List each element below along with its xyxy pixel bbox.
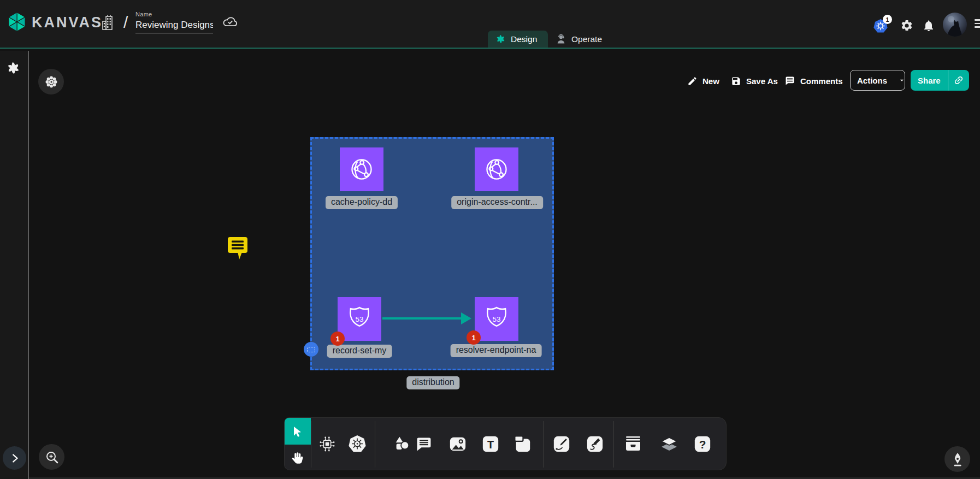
shapes-icon (393, 435, 411, 453)
meshery-spiral-icon[interactable] (6, 61, 21, 75)
design-tab-label: Design (511, 34, 537, 44)
edge-arrowhead (461, 312, 471, 324)
share-button[interactable]: Share (911, 70, 969, 91)
breadcrumb-separator: / (123, 13, 128, 32)
tool-help[interactable]: ? (693, 434, 712, 454)
node-cache-policy[interactable] (340, 147, 383, 191)
settings-gear-icon[interactable] (900, 19, 913, 32)
design-tab-icon (495, 34, 506, 44)
tab-design[interactable]: Design (488, 31, 548, 48)
tool-comment[interactable] (414, 434, 434, 454)
node-resolver-endpoint[interactable]: 53 (475, 297, 518, 341)
comment-pin-icon (225, 235, 250, 261)
operate-tab-icon (556, 34, 566, 45)
design-toolbar: T (284, 417, 727, 470)
tool-frame-note[interactable] (513, 434, 533, 454)
node-label-resolver-endpoint[interactable]: resolver-endpoint-na (451, 344, 542, 357)
kubernetes-context-badge: 1 (883, 15, 892, 24)
node-badge-record-set: 1 (330, 332, 345, 346)
actions-caret-button[interactable] (894, 76, 910, 84)
share-label: Share (911, 76, 948, 85)
tool-layers[interactable] (659, 434, 679, 454)
svg-text:53: 53 (355, 315, 363, 323)
expand-sidebar-button[interactable] (3, 446, 26, 470)
dock-flower-button[interactable] (38, 69, 64, 94)
node-record-set[interactable]: 53 (338, 297, 381, 341)
svg-text:T: T (487, 439, 494, 451)
chevron-right-icon (9, 452, 21, 464)
node-label-record-set[interactable]: record-set-my (327, 345, 392, 358)
zoom-in-button[interactable] (39, 444, 64, 470)
tool-drawer[interactable] (623, 434, 643, 454)
save-as-label: Save As (746, 76, 778, 86)
svg-text:53: 53 (492, 315, 500, 323)
tab-operate[interactable]: Operate (548, 31, 609, 48)
toolbar-divider (613, 421, 614, 468)
actions-button[interactable]: Actions (850, 70, 905, 91)
tool-component[interactable] (317, 434, 337, 454)
route53-shield-icon: 53 (482, 304, 511, 334)
svg-text:?: ? (699, 438, 706, 451)
tool-text[interactable]: T (481, 434, 500, 454)
copy-link-button[interactable] (948, 75, 969, 86)
cloud-sync-status-icon (222, 15, 238, 28)
new-label: New (702, 76, 719, 86)
comments-label: Comments (800, 76, 843, 86)
operate-tab-label: Operate (571, 34, 602, 44)
tool-shapes[interactable] (392, 434, 412, 454)
user-avatar[interactable] (943, 13, 967, 37)
drawer-archive-icon (623, 435, 643, 453)
tool-image[interactable] (448, 434, 468, 454)
text-tool-icon: T (481, 435, 500, 453)
tool-pen[interactable] (552, 434, 571, 454)
cursor-arrow-icon (291, 425, 304, 438)
tool-kubernetes[interactable] (347, 434, 367, 454)
pen-nib-icon (950, 451, 965, 468)
node-badge-resolver-endpoint: 1 (467, 330, 481, 345)
hand-icon (291, 451, 305, 465)
design-name-input[interactable] (135, 19, 213, 33)
tool-sketch[interactable] (585, 434, 605, 454)
link-icon (953, 75, 964, 86)
frame-note-icon (513, 435, 532, 453)
floppy-save-icon (731, 76, 741, 86)
kanvas-app: KANVAS / Name (0, 0, 980, 479)
comment-pin[interactable] (225, 235, 250, 261)
hamburger-menu-icon[interactable] (975, 17, 980, 30)
sketch-pencil-icon (586, 435, 604, 453)
dashed-rect-icon (308, 347, 315, 352)
comment-tool-icon (415, 435, 433, 453)
kubernetes-wheel-icon (347, 434, 367, 454)
save-as-button[interactable]: Save As (731, 72, 778, 90)
help-icon: ? (693, 435, 712, 453)
node-label-origin-access-control[interactable]: origin-access-contr... (451, 196, 543, 209)
image-icon (448, 435, 467, 453)
layers-icon (659, 435, 679, 453)
pen-path-icon (552, 435, 571, 453)
comments-button[interactable]: Comments (784, 72, 843, 90)
pen-mode-button[interactable] (944, 446, 970, 472)
group-label-distribution[interactable]: distribution (406, 376, 459, 389)
organization-icon[interactable] (100, 14, 115, 31)
node-label-cache-policy[interactable]: cache-policy-dd (326, 196, 398, 209)
route53-shield-icon: 53 (345, 304, 374, 334)
toolbar-divider (311, 421, 311, 468)
chip-component-icon (318, 435, 336, 453)
caret-down-icon (898, 76, 906, 84)
node-origin-access-control[interactable] (475, 147, 518, 191)
pencil-icon (687, 76, 698, 86)
toolbar-divider (543, 421, 544, 468)
kanvas-logo-icon[interactable] (7, 11, 27, 32)
design-name-label: Name (135, 11, 152, 17)
tool-pointer[interactable] (285, 418, 311, 445)
cloudfront-globe-icon (482, 155, 511, 184)
new-button[interactable]: New (687, 72, 719, 90)
toolbar-divider (375, 421, 375, 468)
cloudfront-globe-icon (347, 155, 376, 184)
actions-label: Actions (851, 76, 894, 85)
left-sidebar (0, 51, 29, 479)
edge-record-set-to-resolver (382, 317, 462, 320)
group-selection-handle[interactable] (304, 342, 318, 357)
tool-pan-hand[interactable] (285, 445, 311, 470)
notifications-bell-icon[interactable] (922, 19, 935, 32)
